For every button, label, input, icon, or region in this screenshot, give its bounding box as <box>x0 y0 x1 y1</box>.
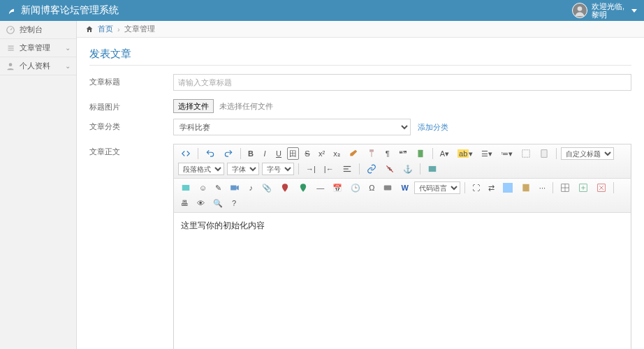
home-icon <box>85 25 94 34</box>
hr-icon[interactable]: — <box>314 181 327 194</box>
file-hint: 未选择任何文件 <box>219 101 273 112</box>
page-title: 发表文章 <box>89 47 631 61</box>
template-icon[interactable] <box>518 181 534 194</box>
attachment-icon[interactable]: 📎 <box>259 181 275 194</box>
svg-rect-15 <box>182 185 190 191</box>
unordered-list-icon[interactable]: ≔▾ <box>498 147 515 160</box>
label-body: 文章正文 <box>89 144 173 349</box>
backcolor-icon[interactable]: ab▾ <box>455 147 476 160</box>
underline-icon[interactable]: U <box>273 147 284 160</box>
undo-icon[interactable] <box>203 147 218 160</box>
autotypeset-icon[interactable]: ¶ <box>382 147 393 160</box>
fullscreen-icon[interactable]: ⛶ <box>469 181 483 194</box>
dashboard-icon <box>6 25 15 35</box>
user-text: 欢迎光临, 黎明 <box>592 2 624 19</box>
background-icon[interactable] <box>500 181 515 194</box>
table-icon[interactable] <box>557 181 573 194</box>
svg-point-6 <box>9 63 13 66</box>
anchor-icon[interactable]: ⚓ <box>400 163 416 175</box>
sidebar-item-dashboard[interactable]: 控制台 <box>0 21 76 39</box>
image-icon[interactable] <box>425 163 440 175</box>
pagebreak-icon[interactable]: ··· <box>536 181 548 194</box>
forecolor-icon[interactable]: A▾ <box>437 147 452 160</box>
scrawl-icon[interactable]: ✎ <box>212 181 224 194</box>
brand: 新闻博客论坛管理系统 <box>7 4 119 17</box>
main: 首页 › 文章管理 发表文章 文章标题 标题图片 选择文件 未选择任何文件 <box>77 21 644 349</box>
user-icon <box>6 61 15 71</box>
brand-label: 新闻博客论坛管理系统 <box>21 4 119 17</box>
svg-point-1 <box>578 6 583 11</box>
date-icon[interactable]: 📅 <box>330 181 345 194</box>
topbar: 新闻博客论坛管理系统 欢迎光临, 黎明 <box>0 0 644 21</box>
caret-down-icon <box>631 9 637 13</box>
time-icon[interactable]: 🕒 <box>348 181 363 194</box>
link-icon[interactable] <box>364 163 379 175</box>
rich-text-editor: B I U 田 S x² x₂ ¶ ❝❞ <box>173 144 631 349</box>
help-icon[interactable]: ? <box>228 197 240 209</box>
breadcrumb: 首页 › 文章管理 <box>77 21 644 38</box>
title-input[interactable] <box>173 74 631 91</box>
breadcrumb-current: 文章管理 <box>124 24 155 34</box>
align-left-icon[interactable] <box>339 163 355 175</box>
divider <box>89 65 631 66</box>
outdent-icon[interactable]: |← <box>321 163 337 175</box>
bold-icon[interactable]: B <box>245 147 256 160</box>
map-icon[interactable] <box>277 181 293 194</box>
ordered-list-icon[interactable]: ☰▾ <box>478 147 495 160</box>
snapscreen-icon[interactable] <box>380 181 395 194</box>
label-image: 标题图片 <box>89 99 173 113</box>
fontborder-icon[interactable]: 田 <box>287 147 299 160</box>
user-menu[interactable]: 欢迎光临, 黎明 <box>572 2 637 19</box>
svg-rect-20 <box>522 184 529 192</box>
italic-icon[interactable]: I <box>259 147 270 160</box>
label-title: 文章标题 <box>89 74 173 91</box>
emotion-icon[interactable]: ☺ <box>196 181 210 194</box>
label-category: 文章分类 <box>89 119 173 135</box>
strike-icon[interactable]: S <box>302 147 313 160</box>
table-delete-icon[interactable] <box>594 181 609 194</box>
chevron-down-icon: ⌄ <box>65 44 71 52</box>
sidebar-item-profile[interactable]: 个人资料 ⌄ <box>0 57 76 75</box>
pasteplain-icon[interactable] <box>413 147 428 160</box>
selectall-icon[interactable] <box>518 147 534 160</box>
sidebar-item-label: 个人资料 <box>20 61 50 71</box>
custom-title-select[interactable]: 自定义标题 <box>561 147 614 160</box>
gmap-icon[interactable] <box>295 181 311 194</box>
svg-rect-16 <box>230 186 236 191</box>
category-select[interactable]: 学科比赛 <box>173 119 411 135</box>
font-family-select[interactable]: 字体 <box>227 163 259 175</box>
indent-icon[interactable]: →| <box>303 163 319 175</box>
editor-content-area[interactable]: 这里写你的初始化内容 <box>174 213 631 349</box>
paragraph-format-select[interactable]: 段落格式 <box>178 163 224 175</box>
search-replace-icon[interactable]: 🔍 <box>210 197 226 209</box>
add-category-link[interactable]: 添加分类 <box>418 122 448 133</box>
editor-toolbar-row2: ☺ ✎ ♪ 📎 — 📅 🕒 Ω W <box>174 179 631 213</box>
preview-icon[interactable]: 👁 <box>194 197 207 209</box>
choose-file-button[interactable]: 选择文件 <box>173 99 214 113</box>
video-icon[interactable] <box>227 181 242 194</box>
special-char-icon[interactable]: Ω <box>366 181 377 194</box>
svg-rect-7 <box>418 150 423 158</box>
font-size-select[interactable]: 字号 <box>262 163 294 175</box>
subscript-icon[interactable]: x₂ <box>330 147 343 160</box>
single-image-icon[interactable] <box>178 181 193 194</box>
sidebar-item-articles[interactable]: 文章管理 ⌄ <box>0 39 76 57</box>
table-insert-icon[interactable] <box>576 181 591 194</box>
music-icon[interactable]: ♪ <box>245 181 256 194</box>
format-brush-icon[interactable] <box>364 147 379 160</box>
superscript-icon[interactable]: x² <box>316 147 328 160</box>
source-icon[interactable] <box>178 147 193 160</box>
breadcrumb-home[interactable]: 首页 <box>98 24 113 34</box>
svg-marker-17 <box>237 186 240 191</box>
unlink-icon[interactable] <box>382 163 397 175</box>
code-language-select[interactable]: 代码语言 <box>414 181 460 194</box>
eraser-icon[interactable] <box>346 147 361 160</box>
svg-rect-19 <box>503 183 513 193</box>
wordimage-icon[interactable]: W <box>398 181 411 194</box>
blockquote-icon[interactable]: ❝❞ <box>396 147 410 160</box>
cleardoc-icon[interactable] <box>536 147 552 160</box>
redo-icon[interactable] <box>221 147 236 160</box>
editor-toolbar-row1: B I U 田 S x² x₂ ¶ ❝❞ <box>174 144 631 179</box>
print-icon[interactable]: 🖶 <box>178 197 191 209</box>
directionality-ltr-icon[interactable]: ⇄ <box>485 181 497 194</box>
